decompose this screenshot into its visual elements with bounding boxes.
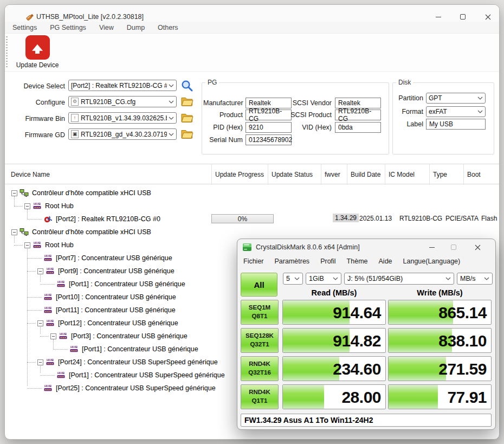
tree-row-port1[interactable]: [Port1] : Concentrateur USB générique	[5, 343, 198, 356]
tree-row-port10[interactable]: [Port10] : Concentrateur USB générique	[5, 291, 176, 304]
cdm-test-count-combo[interactable]: 5	[283, 273, 303, 285]
tree-row-root-hub[interactable]: Root Hub	[5, 239, 74, 252]
menu-view[interactable]: View	[93, 24, 120, 31]
cdm-menu-aide[interactable]: Aide	[373, 258, 398, 265]
firmware-gd-combo[interactable]: ▣ RTL9210B_gd_v4.30.23.071922.bin	[68, 128, 177, 140]
collapse-icon[interactable]	[11, 229, 17, 235]
format-combo[interactable]: exFAT	[426, 106, 486, 117]
tree-row-label: [Port1] : Concentrateur USB générique	[69, 280, 185, 288]
col-update-status[interactable]: Update Status	[268, 164, 321, 185]
update-device-button[interactable]: Update Device	[11, 35, 63, 70]
app-usb-drive-icon	[25, 12, 35, 22]
update-device-label: Update Device	[11, 61, 63, 69]
cdm-unit-combo[interactable]: MB/s	[457, 273, 493, 285]
tree-row-port1-ss[interactable]: [Port1] : Concentrateur USB SuperSpeed g…	[5, 369, 225, 382]
cdm-minimize-button[interactable]	[425, 242, 439, 253]
tree-row-port1[interactable]: [Port1] : Concentrateur USB générique	[5, 278, 185, 291]
col-fwver[interactable]: fwver	[321, 164, 347, 185]
collapse-icon[interactable]	[37, 359, 43, 365]
tree-row-controller[interactable]: Contrôleur d'hôte compatible xHCI USB	[5, 186, 151, 200]
vid-hex-field[interactable]: 0bda	[335, 122, 381, 133]
search-device-icon[interactable]	[180, 79, 193, 92]
pid-hex-field[interactable]: 9210	[245, 122, 292, 133]
menu-settings[interactable]: Settings	[5, 24, 43, 31]
menu-pg-settings[interactable]: PG Settings	[43, 24, 93, 31]
tree-row-port3[interactable]: [Port3] : Concentrateur USB générique	[5, 330, 188, 343]
rnd4k-q32t16-write-cell: 271.59	[388, 356, 492, 381]
cdm-menu-parametres[interactable]: Paramètres	[269, 258, 315, 265]
hub-icon	[46, 267, 55, 275]
scsi-vendor-field[interactable]: Realtek	[335, 98, 381, 108]
tree-row-port12[interactable]: [Port12] : Concentrateur USB générique	[5, 317, 178, 330]
configure-label: Configure	[11, 99, 65, 106]
collapse-icon[interactable]	[24, 242, 30, 248]
firmware-bin-label: Firmware Bin	[11, 115, 65, 123]
minimize-button[interactable]	[431, 11, 445, 22]
col-type[interactable]: Type	[429, 164, 463, 185]
device-select-combo[interactable]: [Port2] : Realtek RTL9210B-CG #0	[68, 80, 177, 91]
mptool-titlebar[interactable]: UTHSB_MPtool_Lite [v2.0.2.30818]	[5, 5, 499, 22]
tree-row-port9[interactable]: [Port9] : Concentrateur USB générique	[5, 265, 175, 278]
rnd4k-q1t1-button[interactable]: RND4KQ1T1	[241, 384, 279, 409]
toolbar-grip[interactable]	[6, 36, 8, 69]
collapse-icon[interactable]	[50, 333, 56, 339]
tree-row-label: [Port1] : Concentrateur USB générique	[82, 345, 198, 353]
browse-configure-folder-icon[interactable]	[180, 96, 193, 107]
serial-num-field[interactable]: 012345678902	[245, 134, 292, 145]
collapse-icon[interactable]	[11, 190, 17, 196]
cdm-titlebar[interactable]: CrystalDiskMark 8.0.6 x64 [Admin]	[237, 239, 495, 255]
cdm-menu-fichier[interactable]: Fichier	[237, 258, 269, 265]
tree-row-port24[interactable]: [Port24] : Concentrateur USB SuperSpeed …	[5, 356, 218, 369]
tree-row-port7[interactable]: [Port7] : Concentrateur USB générique	[5, 252, 172, 265]
seq128k-read-cell: 914.82	[282, 328, 386, 353]
manufacturer-field[interactable]: Realtek	[245, 98, 292, 108]
tree-row-port11[interactable]: [Port11] : Concentrateur USB générique	[5, 304, 176, 317]
col-boot[interactable]: Boot	[463, 164, 499, 185]
col-build-date[interactable]: Build Date	[347, 164, 385, 185]
col-ic-model[interactable]: IC Model	[385, 164, 429, 185]
tree-row-label: Contrôleur d'hôte compatible xHCI USB	[32, 189, 151, 197]
boot-cell: Flash	[481, 215, 497, 222]
format-label: Format	[395, 108, 423, 115]
cdm-comment-field[interactable]: FW1.34.29 Asus A1 1To Win11-24H2	[241, 414, 492, 427]
collapse-icon[interactable]	[37, 268, 43, 274]
pid-hex-label: PID (Hex)	[203, 124, 243, 131]
col-update-progress[interactable]: Update Progress	[211, 164, 268, 185]
seq128k-q32t1-button[interactable]: SEQ128KQ32T1	[241, 328, 279, 353]
chevron-down-icon	[484, 277, 489, 280]
tree-row-root-hub[interactable]: Root Hub	[5, 200, 74, 213]
browse-firmware-gd-folder-icon[interactable]	[180, 128, 193, 139]
cdm-close-button[interactable]	[470, 242, 484, 253]
firmware-gd-value: RTL9210B_gd_v4.30.23.071922.bin	[81, 131, 167, 138]
tree-row-controller[interactable]: Contrôleur d'hôte compatible xHCI USB	[5, 226, 151, 239]
cdm-menu-profil[interactable]: Profil	[315, 258, 341, 265]
hub-icon	[59, 332, 68, 340]
collapse-icon[interactable]	[37, 320, 43, 326]
browse-firmware-bin-folder-icon[interactable]	[180, 112, 193, 123]
partition-combo[interactable]: GPT	[426, 93, 486, 104]
menu-others[interactable]: Others	[151, 24, 185, 31]
cdm-menu-theme[interactable]: Thème	[341, 258, 373, 265]
partition-value: GPT	[429, 94, 476, 102]
label-field[interactable]: My USB	[426, 119, 486, 130]
cdm-all-button[interactable]: All	[241, 273, 277, 297]
menu-dump[interactable]: Dump	[120, 24, 151, 31]
cdm-menu-langue[interactable]: Langue(Language)	[398, 258, 466, 265]
cdm-menu-bar: Fichier Paramètres Profil Thème Aide Lan…	[237, 256, 495, 267]
tree-row-port25[interactable]: [Port25] : Concentrateur USB SuperSpeed …	[5, 382, 216, 395]
tree-row-port2-device[interactable]: [Port2] : Realtek RTL9210B-CG #0	[5, 213, 160, 226]
maximize-button[interactable]	[456, 11, 470, 22]
scsi-product-field[interactable]: RTL9210B-CG	[335, 110, 381, 120]
configure-combo[interactable]: ⚙ RTL9210B_CG.cfg	[68, 96, 177, 107]
seq1m-q8t1-button[interactable]: SEQ1MQ8T1	[241, 300, 279, 325]
cdm-drive-combo[interactable]: J: 5% (51/954GiB)	[344, 273, 454, 285]
cdm-maximize-button	[447, 242, 461, 253]
cdm-test-size-combo[interactable]: 1GiB	[306, 273, 341, 285]
toolbar: Update Device	[5, 34, 499, 72]
firmware-bin-combo[interactable]: ↑ RTL9210B_v1.34.39.032625.bin	[68, 112, 177, 124]
col-device-name[interactable]: Device Name	[5, 164, 211, 185]
collapse-icon[interactable]	[24, 203, 30, 209]
close-button[interactable]	[481, 11, 495, 22]
product-field[interactable]: RTL9210B-CG	[245, 110, 292, 120]
rnd4k-q32t16-button[interactable]: RND4KQ32T16	[241, 356, 279, 381]
